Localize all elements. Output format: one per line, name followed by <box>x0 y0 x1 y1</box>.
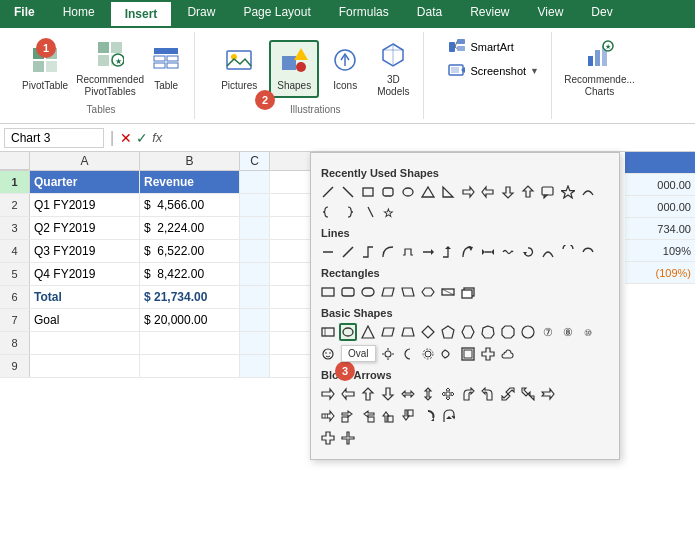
shape-parallelogram[interactable] <box>379 323 397 341</box>
tab-data[interactable]: Data <box>403 0 456 28</box>
shape-text-box[interactable] <box>319 323 337 341</box>
block-arrow-up[interactable] <box>359 385 377 403</box>
cell-c8[interactable] <box>240 332 270 354</box>
cell-b2[interactable]: $ 4,566.00 <box>140 194 240 216</box>
shape-octagon[interactable] <box>499 323 517 341</box>
shape-arc[interactable] <box>559 243 577 261</box>
shape-callout[interactable] <box>539 183 557 201</box>
tab-draw[interactable]: Draw <box>173 0 229 28</box>
cell-c9[interactable] <box>240 355 270 377</box>
row-num-7[interactable]: 7 <box>0 309 30 331</box>
cancel-formula-icon[interactable]: ✕ <box>120 130 132 146</box>
pictures-button[interactable]: Pictures <box>215 42 263 96</box>
shape-iso-triangle[interactable] <box>359 323 377 341</box>
block-arrow-right[interactable] <box>319 385 337 403</box>
col-header-b[interactable]: B <box>140 152 240 170</box>
name-box[interactable] <box>4 128 104 148</box>
shape-moon[interactable] <box>399 345 417 363</box>
cell-b8[interactable] <box>140 332 240 354</box>
shape-crescent[interactable] <box>439 345 457 363</box>
shape-heptagon[interactable] <box>479 323 497 341</box>
cell-b6[interactable]: $ 21,734.00 <box>140 286 240 308</box>
cell-b5[interactable]: $ 8,422.00 <box>140 263 240 285</box>
recommended-charts-button[interactable]: ★ Recommende...Charts <box>572 36 627 102</box>
shape-oval-basic[interactable]: 3 Oval <box>339 323 357 341</box>
tab-review[interactable]: Review <box>456 0 523 28</box>
shape-connector[interactable] <box>359 203 377 221</box>
shape-smiley[interactable] <box>319 345 337 363</box>
cell-b4[interactable]: $ 6,522.00 <box>140 240 240 262</box>
shape-rect2[interactable] <box>339 283 357 301</box>
cell-c6[interactable] <box>240 286 270 308</box>
function-icon[interactable]: fx <box>152 130 162 145</box>
cell-a5[interactable]: Q4 FY2019 <box>30 263 140 285</box>
shape-rect5[interactable] <box>399 283 417 301</box>
shape-brace-open[interactable] <box>319 203 337 221</box>
shape-rect3[interactable] <box>359 283 377 301</box>
shape-trapezoid[interactable] <box>399 323 417 341</box>
shape-arrow-down[interactable] <box>499 183 517 201</box>
shape-cross[interactable] <box>479 345 497 363</box>
cell-a4[interactable]: Q3 FY2019 <box>30 240 140 262</box>
shape-rect-rounded[interactable] <box>379 183 397 201</box>
shape-double-elbow[interactable] <box>399 243 417 261</box>
shape-arrow-left[interactable] <box>479 183 497 201</box>
row-num-8[interactable]: 8 <box>0 332 30 354</box>
block-arrow-quad[interactable] <box>439 385 457 403</box>
shape-line1[interactable] <box>319 243 337 261</box>
row-num-1[interactable]: 1 <box>0 171 30 193</box>
shape-pentagon2[interactable] <box>439 323 457 341</box>
cell-a8[interactable] <box>30 332 140 354</box>
cell-b9[interactable] <box>140 355 240 377</box>
shape-rect6[interactable] <box>419 283 437 301</box>
3d-models-button[interactable]: 3DModels <box>371 36 415 102</box>
tab-file[interactable]: File <box>0 0 49 28</box>
block-arrow-down[interactable] <box>379 385 397 403</box>
shape-elbow-arrow[interactable] <box>439 243 457 261</box>
shape-rect1[interactable] <box>319 283 337 301</box>
tab-home[interactable]: Home <box>49 0 109 28</box>
block-arrow-callout-l[interactable] <box>359 407 377 425</box>
block-arrow-callout-u[interactable] <box>379 407 397 425</box>
shapes-button[interactable]: Shapes <box>269 40 319 98</box>
shape-rect[interactable] <box>359 183 377 201</box>
shape-line[interactable] <box>319 183 337 201</box>
cell-c4[interactable] <box>240 240 270 262</box>
shape-oval[interactable] <box>399 183 417 201</box>
shape-call7[interactable]: ⑦ <box>539 323 557 341</box>
row-num-4[interactable]: 4 <box>0 240 30 262</box>
tab-formulas[interactable]: Formulas <box>325 0 403 28</box>
icons-button[interactable]: Icons <box>325 42 365 96</box>
screenshot-dropdown-icon[interactable]: ▼ <box>530 66 539 76</box>
shape-line-diag[interactable] <box>339 183 357 201</box>
shape-frame[interactable] <box>459 345 477 363</box>
cell-a7[interactable]: Goal <box>30 309 140 331</box>
confirm-formula-icon[interactable]: ✓ <box>136 130 148 146</box>
block-arrow-plus[interactable] <box>319 429 337 447</box>
shape-curved-connector[interactable] <box>379 243 397 261</box>
shape-loop[interactable] <box>519 243 537 261</box>
cell-c2[interactable] <box>240 194 270 216</box>
shape-double-arrow[interactable] <box>479 243 497 261</box>
tab-dev[interactable]: Dev <box>577 0 626 28</box>
block-arrow-uturned[interactable] <box>439 407 457 425</box>
block-arrow-callout-d[interactable] <box>399 407 417 425</box>
screenshot-button[interactable]: Screenshot ▼ <box>444 60 543 82</box>
tab-view[interactable]: View <box>524 0 578 28</box>
shape-cloud[interactable] <box>499 345 517 363</box>
block-arrow-rdiag[interactable] <box>519 385 537 403</box>
shape-brace-close[interactable] <box>339 203 357 221</box>
shape-arrow-right[interactable] <box>459 183 477 201</box>
shape-rect7[interactable] <box>439 283 457 301</box>
shape-elbow-connector[interactable] <box>359 243 377 261</box>
cell-c3[interactable] <box>240 217 270 239</box>
block-arrow-callout-r[interactable] <box>339 407 357 425</box>
tab-page-layout[interactable]: Page Layout <box>229 0 324 28</box>
shape-arrow-up[interactable] <box>519 183 537 201</box>
shape-arc-curve[interactable] <box>579 243 597 261</box>
block-arrow-left[interactable] <box>339 385 357 403</box>
row-num-5[interactable]: 5 <box>0 263 30 285</box>
shape-wave-connector[interactable] <box>499 243 517 261</box>
block-arrow-bend-l[interactable] <box>479 385 497 403</box>
smartart-button[interactable]: SmartArt <box>444 36 517 58</box>
